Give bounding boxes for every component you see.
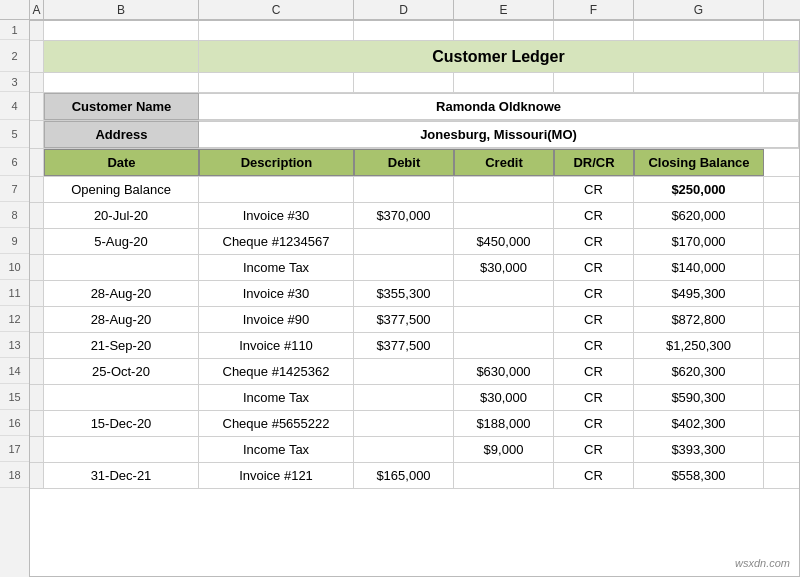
row-number-6: 6 <box>0 148 29 176</box>
cell-credit <box>454 281 554 306</box>
table-row: 20-Jul-20Invoice #30$370,000CR$620,000 <box>30 203 799 229</box>
row-number-9: 9 <box>0 228 29 254</box>
cell-description: Invoice #30 <box>199 281 354 306</box>
row-5: Address Jonesburg, Missouri(MO) <box>30 121 799 149</box>
row-number-13: 13 <box>0 332 29 358</box>
col-header-credit: Credit <box>454 149 554 176</box>
cell-credit: $30,000 <box>454 255 554 280</box>
table-row: 15-Dec-20Cheque #5655222$188,000CR$402,3… <box>30 411 799 437</box>
col-header-f: F <box>554 0 634 19</box>
cell-date <box>44 385 199 410</box>
cell-debit <box>354 437 454 462</box>
cell-credit <box>454 463 554 488</box>
row-number-10: 10 <box>0 254 29 280</box>
row-1 <box>30 21 799 41</box>
cell-dr-cr: CR <box>554 307 634 332</box>
col-header-c: C <box>199 0 354 19</box>
row-number-8: 8 <box>0 202 29 228</box>
cell-description: Cheque #1234567 <box>199 229 354 254</box>
cell-date <box>44 437 199 462</box>
cell-debit <box>354 359 454 384</box>
cell-dr-cr: CR <box>554 203 634 228</box>
watermark: wsxdn.com <box>735 557 790 569</box>
cell-dr-cr: CR <box>554 333 634 358</box>
table-row: Income Tax$9,000CR$393,300 <box>30 437 799 463</box>
cell-description: Invoice #30 <box>199 203 354 228</box>
col-header-dr-cr: DR/CR <box>554 149 634 176</box>
row-number-12: 12 <box>0 306 29 332</box>
cell-date: 28-Aug-20 <box>44 307 199 332</box>
table-row: 5-Aug-20Cheque #1234567$450,000CR$170,00… <box>30 229 799 255</box>
row-number-15: 15 <box>0 384 29 410</box>
table-row: 25-Oct-20Cheque #1425362$630,000CR$620,3… <box>30 359 799 385</box>
row-number-2: 2 <box>0 40 29 72</box>
cell-dr-cr: CR <box>554 281 634 306</box>
col-header-closing-balance: Closing Balance <box>634 149 764 176</box>
cell-date: 31-Dec-21 <box>44 463 199 488</box>
cell-debit <box>354 177 454 202</box>
cell-date: Opening Balance <box>44 177 199 202</box>
cell-date <box>44 255 199 280</box>
table-row: 28-Aug-20Invoice #90$377,500CR$872,800 <box>30 307 799 333</box>
cell-closing-balance: $495,300 <box>634 281 764 306</box>
cell-description: Cheque #1425362 <box>199 359 354 384</box>
cell-description: Invoice #110 <box>199 333 354 358</box>
cell-description: Invoice #90 <box>199 307 354 332</box>
cell-debit: $165,000 <box>354 463 454 488</box>
cell-description: Income Tax <box>199 437 354 462</box>
cell-date: 5-Aug-20 <box>44 229 199 254</box>
cell-closing-balance: $590,300 <box>634 385 764 410</box>
table-row: 31-Dec-21Invoice #121$165,000CR$558,300 <box>30 463 799 489</box>
cell-closing-balance: $558,300 <box>634 463 764 488</box>
cell-debit <box>354 255 454 280</box>
cell-closing-balance: $872,800 <box>634 307 764 332</box>
row-number-11: 11 <box>0 280 29 306</box>
cell-debit: $377,500 <box>354 333 454 358</box>
address-label: Address <box>44 121 199 148</box>
cell-closing-balance: $393,300 <box>634 437 764 462</box>
address-value: Jonesburg, Missouri(MO) <box>199 121 799 148</box>
col-header-b: B <box>44 0 199 19</box>
cell-credit <box>454 177 554 202</box>
cell-closing-balance: $140,000 <box>634 255 764 280</box>
cell-credit: $9,000 <box>454 437 554 462</box>
cell-debit <box>354 229 454 254</box>
row-3 <box>30 73 799 93</box>
cell-dr-cr: CR <box>554 411 634 436</box>
table-row: Income Tax$30,000CR$140,000 <box>30 255 799 281</box>
col-header-a: A <box>30 0 44 19</box>
row-number-7: 7 <box>0 176 29 202</box>
cell-debit: $355,300 <box>354 281 454 306</box>
row-number-5: 5 <box>0 120 29 148</box>
col-header-d: D <box>354 0 454 19</box>
cell-description: Income Tax <box>199 255 354 280</box>
cell-dr-cr: CR <box>554 177 634 202</box>
cell-closing-balance: $620,000 <box>634 203 764 228</box>
cell-debit: $377,500 <box>354 307 454 332</box>
col-header-g: G <box>634 0 764 19</box>
cell-credit: $188,000 <box>454 411 554 436</box>
col-header-description: Description <box>199 149 354 176</box>
row-number-1: 1 <box>0 20 29 40</box>
cell-closing-balance: $402,300 <box>634 411 764 436</box>
cell-closing-balance: $170,000 <box>634 229 764 254</box>
row-number-16: 16 <box>0 410 29 436</box>
cell-closing-balance: $1,250,300 <box>634 333 764 358</box>
cell-closing-balance: $250,000 <box>634 177 764 202</box>
cell-debit <box>354 411 454 436</box>
customer-ledger-title: Customer Ledger <box>199 41 799 72</box>
cell-description: Income Tax <box>199 385 354 410</box>
cell-description <box>199 177 354 202</box>
cell-date: 21-Sep-20 <box>44 333 199 358</box>
cell-date: 28-Aug-20 <box>44 281 199 306</box>
cell-dr-cr: CR <box>554 229 634 254</box>
col-header-e: E <box>454 0 554 19</box>
cell-date: 25-Oct-20 <box>44 359 199 384</box>
row-number-17: 17 <box>0 436 29 462</box>
row-number-18: 18 <box>0 462 29 488</box>
cell-credit <box>454 203 554 228</box>
cell-description: Invoice #121 <box>199 463 354 488</box>
cell-credit: $30,000 <box>454 385 554 410</box>
cell-dr-cr: CR <box>554 463 634 488</box>
row-4: Customer Name Ramonda Oldknowe <box>30 93 799 121</box>
